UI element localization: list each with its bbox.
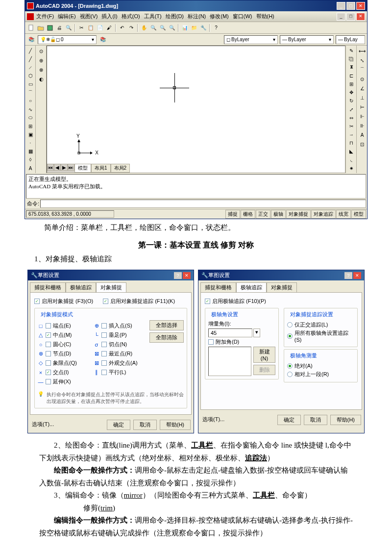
help-button[interactable]: ? (174, 272, 182, 279)
break-icon[interactable]: ⊓ (347, 139, 356, 147)
props-icon[interactable]: 📊 (180, 24, 189, 32)
new-button[interactable]: 新建(N) (253, 347, 275, 363)
menu-format[interactable]: 格式(O) (120, 12, 142, 21)
dc-icon[interactable]: 📁 (190, 24, 198, 32)
command-input[interactable] (40, 200, 366, 208)
help-icon[interactable]: ? (212, 24, 220, 32)
match-icon[interactable]: 🖌 (105, 24, 114, 32)
radio[interactable] (287, 333, 293, 339)
text-icon[interactable]: A (26, 164, 35, 172)
help-button[interactable]: 帮助(H) (330, 415, 361, 425)
drawing-area[interactable]: X Y ⏮ ◀ ▶ ⏭ 模型 布局1 布局2 (47, 46, 345, 173)
rect-icon[interactable]: ▭ (26, 80, 35, 88)
otrack-toggle[interactable]: 对象追踪 (311, 210, 336, 219)
options-link[interactable]: 选项(T)... (201, 415, 225, 425)
checkbox[interactable]: ✓ (205, 299, 210, 304)
d8-icon[interactable]: ⊩ (358, 112, 367, 121)
select-all-button[interactable]: 全部选择 (149, 320, 184, 330)
ok-button[interactable]: 确定 (107, 420, 130, 430)
checkbox[interactable] (46, 342, 51, 347)
tab-first-icon[interactable]: ⏮ (47, 164, 54, 171)
snap-toggle[interactable]: 捕捉 (225, 210, 240, 219)
d6-icon[interactable]: ⊥ (358, 93, 367, 102)
rotate-icon[interactable]: ↻ (347, 97, 356, 105)
linetype-dropdown[interactable]: —ByLayer▾ (280, 35, 334, 44)
t2-icon[interactable]: ⊕ (37, 56, 46, 65)
layer-dropdown[interactable]: 💡❄🔓◻0▾ (38, 35, 97, 44)
cancel-button[interactable]: 取消 (304, 415, 327, 425)
tab-layout2[interactable]: 布局2 (111, 164, 130, 173)
tab-polar[interactable]: 极轴追踪 (236, 282, 267, 292)
array-icon[interactable]: ⊞ (347, 80, 356, 88)
lwt-toggle[interactable]: 线宽 (336, 210, 351, 219)
close-button[interactable]: ✕ (356, 2, 365, 10)
menu-modify[interactable]: 修改(M) (208, 12, 230, 21)
d3-icon[interactable]: ⌒ (358, 65, 367, 74)
radio[interactable] (287, 372, 293, 377)
layer-prev-icon[interactable]: 📚 (98, 35, 107, 44)
osnap-toggle[interactable]: 对象捕捉 (286, 210, 311, 219)
fillet-icon[interactable]: ◟ (347, 156, 356, 164)
checkbox[interactable]: ✓ (103, 299, 108, 304)
menu-help[interactable]: 帮助(H) (255, 12, 276, 21)
menu-window[interactable]: 窗口(W) (231, 12, 254, 21)
grid-toggle[interactable]: 栅格 (241, 210, 255, 219)
pan-icon[interactable]: ✋ (140, 24, 148, 32)
ortho-toggle[interactable]: 正交 (256, 210, 270, 219)
doc-minimize-button[interactable]: _ (337, 13, 345, 21)
checkbox[interactable] (208, 339, 214, 345)
checkbox[interactable] (101, 351, 107, 356)
options-link[interactable]: 选项(T)... (31, 420, 55, 430)
region-icon[interactable]: ◊ (26, 156, 35, 164)
lineweight-dropdown[interactable]: —ByLay (336, 35, 365, 44)
trim-icon[interactable]: ✂ (347, 122, 356, 130)
offset-icon[interactable]: ⊏ (347, 72, 356, 79)
open-icon[interactable] (36, 24, 45, 32)
increment-input[interactable] (208, 328, 252, 337)
extend-icon[interactable]: → (347, 130, 356, 138)
menu-file[interactable]: 文件(F) (35, 12, 55, 21)
tab-osnap[interactable]: 对象捕捉 (267, 282, 297, 292)
print-icon[interactable]: 🖨 (55, 24, 64, 32)
layer-mgr-icon[interactable]: 📚 (27, 35, 36, 44)
explode-icon[interactable]: ✷ (347, 164, 356, 172)
menu-insert[interactable]: 插入(I) (100, 12, 119, 21)
checkbox[interactable] (46, 323, 51, 328)
checkbox[interactable] (101, 323, 107, 328)
new-icon[interactable] (27, 24, 36, 32)
doc-close-button[interactable]: ✕ (356, 13, 365, 21)
d2-icon[interactable]: ⤡ (358, 56, 367, 65)
redo-icon[interactable]: ↷ (127, 24, 136, 32)
maximize-button[interactable]: □ (346, 2, 355, 10)
tab-last-icon[interactable]: ⏭ (68, 164, 74, 171)
polygon-icon[interactable]: ⬡ (26, 72, 35, 79)
tab-layout1[interactable]: 布局1 (91, 164, 111, 173)
arc-icon[interactable]: ⌒ (26, 89, 35, 97)
cut-icon[interactable]: ✂ (77, 24, 86, 32)
checkbox[interactable]: ✓ (46, 370, 51, 375)
t3-icon[interactable]: ⊗ (37, 65, 46, 74)
checkbox[interactable] (46, 351, 51, 356)
help-button[interactable]: 帮助(H) (160, 420, 191, 430)
block-icon[interactable]: ▣ (26, 130, 35, 138)
save-icon[interactable] (46, 24, 54, 32)
tab-model[interactable]: 模型 (74, 164, 91, 173)
radio[interactable] (287, 322, 293, 328)
zoom-win-icon[interactable]: 🔍 (158, 24, 167, 32)
menu-tools[interactable]: 工具(T) (143, 12, 163, 21)
checkbox[interactable] (101, 360, 107, 366)
circle-icon[interactable]: ○ (26, 97, 35, 105)
zoom-rt-icon[interactable]: 🔍 (149, 24, 158, 32)
menu-view[interactable]: 视图(V) (78, 12, 99, 21)
model-toggle[interactable]: 模型 (351, 210, 366, 219)
minimize-button[interactable]: _ (337, 2, 345, 10)
line-icon[interactable]: ╱ (26, 47, 35, 54)
clear-all-button[interactable]: 全部清除 (149, 332, 184, 343)
paste-icon[interactable]: 📄 (96, 24, 104, 32)
d1-icon[interactable]: ⟷ (358, 47, 367, 55)
menu-edit[interactable]: 编辑(E) (56, 12, 77, 21)
d10-icon[interactable]: A (358, 130, 367, 139)
d4-icon[interactable]: ⊙ (358, 75, 367, 83)
zoom-prev-icon[interactable]: 🔍 (168, 24, 176, 32)
preview-icon[interactable]: 🔍 (64, 24, 73, 32)
